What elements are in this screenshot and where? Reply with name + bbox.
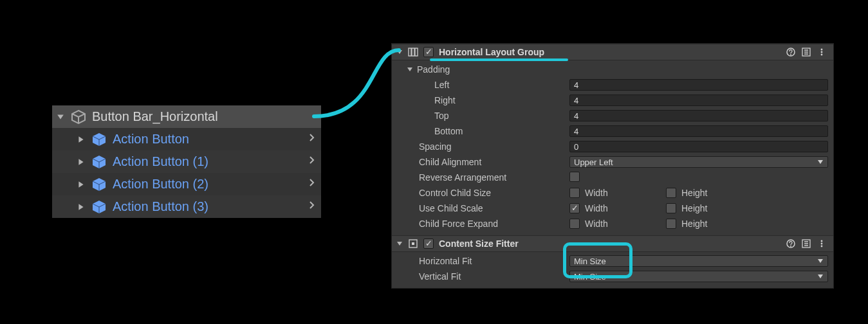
force-width-checkbox[interactable] — [569, 219, 580, 229]
height-label: Height — [681, 219, 707, 229]
prefab-icon — [91, 131, 107, 148]
hierarchy-item-child[interactable]: Action Button (2) — [52, 173, 321, 195]
padding-label: Padding — [417, 64, 450, 75]
component-title: Horizontal Layout Group — [439, 47, 544, 57]
foldout-caret-icon[interactable] — [406, 66, 413, 73]
hierarchy-item-label: Button Bar_Horizontal — [92, 109, 218, 124]
context-menu-icon[interactable] — [817, 239, 827, 249]
hierarchy-item-parent[interactable]: Button Bar_Horizontal — [52, 105, 321, 128]
help-icon[interactable] — [786, 47, 796, 57]
horizontal-fit-label: Horizontal Fit — [397, 256, 564, 266]
open-prefab-icon[interactable] — [308, 134, 316, 145]
padding-top-field[interactable]: 4 — [569, 110, 828, 122]
chevron-down-icon — [817, 258, 824, 264]
prefab-icon — [91, 176, 107, 193]
hlg-properties: Padding Left 4 Right 4 Top 4 Bottom 4 Sp… — [392, 60, 833, 235]
hierarchy-item-label: Action Button (1) — [113, 154, 208, 169]
component-header-csf[interactable]: Content Size Fitter — [392, 235, 833, 252]
width-label: Width — [585, 188, 608, 198]
padding-right-field[interactable]: 4 — [569, 94, 828, 106]
gameobject-icon — [70, 109, 87, 125]
vertical-fit-value: Min Size — [574, 272, 606, 282]
foldout-caret-icon[interactable] — [396, 240, 403, 248]
use-child-scale-label: Use Child Scale — [397, 203, 564, 213]
foldout-caret-icon[interactable] — [77, 135, 86, 144]
control-height-checkbox[interactable] — [666, 188, 676, 198]
component-enable-checkbox[interactable] — [423, 47, 434, 57]
padding-right-label: Right — [397, 95, 564, 105]
spacing-label: Spacing — [397, 141, 564, 152]
help-icon[interactable] — [786, 239, 796, 249]
foldout-caret-icon[interactable] — [77, 158, 86, 166]
context-menu-icon[interactable] — [817, 47, 827, 57]
hierarchy-item-label: Action Button (2) — [113, 177, 208, 192]
scale-width-checkbox[interactable] — [569, 203, 580, 213]
foldout-caret-icon[interactable] — [396, 49, 403, 56]
reverse-arrangement-label: Reverse Arrangement — [397, 172, 564, 183]
foldout-caret-icon[interactable] — [77, 180, 86, 189]
foldout-caret-icon[interactable] — [77, 203, 86, 212]
padding-bottom-label: Bottom — [397, 126, 564, 136]
open-prefab-icon[interactable] — [308, 156, 316, 168]
padding-left-label: Left — [397, 80, 564, 90]
height-label: Height — [681, 203, 707, 213]
content-size-fitter-icon — [408, 239, 418, 249]
csf-properties: Horizontal Fit Min Size Vertical Fit Min… — [392, 252, 833, 288]
hierarchy-item-label: Action Button — [113, 132, 189, 147]
control-width-checkbox[interactable] — [569, 188, 580, 198]
padding-top-label: Top — [397, 111, 564, 121]
child-alignment-label: Child Alignment — [397, 157, 564, 167]
inspector-panel: Horizontal Layout Group Padding Left 4 R… — [391, 43, 834, 289]
vertical-fit-select[interactable]: Min Size — [569, 271, 828, 282]
open-prefab-icon[interactable] — [308, 201, 316, 213]
padding-left-field[interactable]: 4 — [569, 79, 828, 91]
preset-icon[interactable] — [801, 47, 811, 57]
preset-icon[interactable] — [801, 239, 811, 249]
child-force-expand-label: Child Force Expand — [397, 219, 564, 229]
component-title: Content Size Fitter — [439, 239, 519, 249]
hierarchy-item-child[interactable]: Action Button — [52, 128, 321, 150]
child-alignment-select[interactable]: Upper Left — [569, 156, 828, 168]
chevron-down-icon — [817, 159, 824, 165]
foldout-caret-icon[interactable] — [56, 113, 65, 122]
hierarchy-item-label: Action Button (3) — [113, 199, 208, 214]
spacing-field[interactable]: 0 — [569, 141, 828, 152]
hierarchy-panel: Button Bar_Horizontal Action Button Acti… — [52, 105, 321, 218]
prefab-icon — [91, 154, 107, 170]
vertical-fit-label: Vertical Fit — [397, 271, 564, 282]
prefab-icon — [91, 199, 107, 215]
width-label: Width — [585, 219, 608, 229]
padding-bottom-field[interactable]: 4 — [569, 125, 828, 137]
component-enable-checkbox[interactable] — [423, 239, 434, 249]
height-label: Height — [681, 188, 707, 198]
child-alignment-value: Upper Left — [574, 158, 613, 167]
annotation-underline — [430, 59, 568, 61]
open-prefab-icon[interactable] — [308, 179, 316, 190]
hierarchy-item-child[interactable]: Action Button (1) — [52, 150, 321, 173]
horizontal-fit-value: Min Size — [574, 256, 606, 266]
control-child-size-label: Control Child Size — [397, 188, 564, 198]
chevron-down-icon — [817, 273, 824, 280]
reverse-arrangement-checkbox[interactable] — [569, 172, 580, 182]
force-height-checkbox[interactable] — [666, 219, 676, 229]
horizontal-layout-group-icon — [408, 47, 418, 57]
hierarchy-item-child[interactable]: Action Button (3) — [52, 195, 321, 218]
horizontal-fit-select[interactable]: Min Size — [569, 255, 828, 267]
width-label: Width — [585, 203, 608, 213]
scale-height-checkbox[interactable] — [666, 203, 676, 213]
